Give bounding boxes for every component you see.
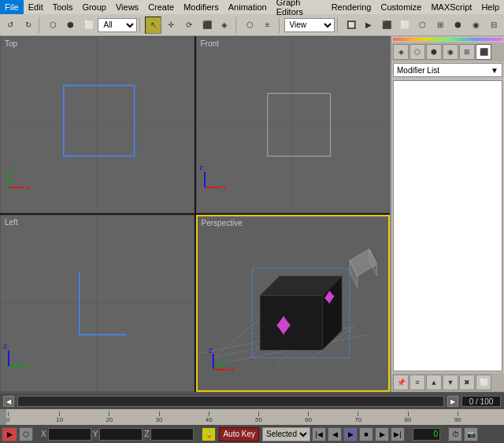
auto-key-btn[interactable]: Auto Key [219,427,259,441]
undo-button[interactable]: ↺ [2,17,19,34]
toolbar-sep-5 [337,17,340,33]
timeline-next-btn[interactable]: ▶ [447,396,458,407]
panel-icon-delete[interactable]: ✖ [459,375,475,390]
x-label: X [41,430,46,438]
select-scale[interactable]: ⬛ [198,17,216,34]
menu-modifiers[interactable]: Modifiers [179,0,224,14]
select-tool[interactable]: ↖ [145,17,162,34]
redo-button[interactable]: ↻ [20,17,37,34]
viewports: Top X Y Front [0,36,390,392]
viewport-top-label: Top [5,39,17,48]
go-end-btn[interactable]: ▶| [391,427,405,441]
select-rotate[interactable]: ⟳ [180,17,198,34]
tick-ruler[interactable]: 0102030405060708090100 [6,409,504,425]
render-setup[interactable]: 🔲 [343,17,360,34]
viewport-front-label: Front [201,39,219,48]
menu-edit[interactable]: Edit [24,0,48,14]
panel-tabs-row1: ◈ ⬡ ⬢ ◉ ⊞ ⬛ [391,42,504,61]
animate-mode-btn[interactable]: ▶ [2,427,17,441]
menu-help[interactable]: Help [476,0,504,14]
right-panel: ◈ ⬡ ⬢ ◉ ⊞ ⬛ Modifier List ▼ 📌 ≡ ▲ ▼ ✖ ⬜ [390,36,504,392]
z-input[interactable] [150,428,194,441]
viewport-perspective-label: Perspective [202,219,243,227]
panel-tab-hierarchy[interactable]: ⬢ [426,44,442,60]
timeline-prev-btn[interactable]: ◀ [3,396,14,407]
svg-text:Y: Y [225,356,230,364]
toolbar-btn-a[interactable]: ⬛ [378,17,395,34]
toolbar-sep-4 [279,17,282,33]
toolbar-btn-c[interactable]: ⬡ [413,17,431,34]
menu-maxscript[interactable]: MAXScript [426,0,476,14]
svg-text:X: X [221,184,226,191]
panel-tab-utilities[interactable]: ⬛ [476,44,491,60]
menu-animation[interactable]: Animation [224,0,272,14]
panel-tab-create[interactable]: ◈ [393,44,409,60]
toolbar-btn-b[interactable]: ⬜ [396,17,413,34]
svg-rect-2 [64,86,135,157]
viewport-top-svg: X Y [1,37,194,212]
frame-display: 0 / 100 [461,396,501,407]
current-frame-input[interactable] [413,428,440,441]
viewport-left[interactable]: Left Y Z [0,215,195,392]
toolbar-btn-f[interactable]: ◉ [468,17,485,34]
select-button[interactable]: ⬡ [44,17,61,34]
viewport-top[interactable]: Top X Y [0,36,195,213]
viewport-perspective-svg: ♦ ♦ X Z Y [198,216,389,390]
toolbar-btn-g[interactable]: ⊟ [485,17,502,34]
lock-btn[interactable]: 🔒 [202,427,216,441]
panel-icon-stack[interactable]: ⬜ [476,375,491,390]
render-button[interactable]: ▶ [360,17,377,34]
menu-group[interactable]: Group [77,0,111,14]
menu-customize[interactable]: Customize [376,0,426,14]
panel-icon-list[interactable]: ≡ [410,375,425,390]
select-move[interactable]: ✛ [162,17,180,34]
toolbar-btn-e[interactable]: ⬢ [450,17,467,34]
stop-btn[interactable]: ■ [359,427,373,441]
toolbar: ↺ ↻ ⬡ ⬢ ⬜ All ↖ ✛ ⟳ ⬛ ◈ ⬡ ≡ View 🔲 ▶ ⬛ ⬜… [0,14,504,36]
timeline-track[interactable] [17,396,444,407]
menu-views[interactable]: Views [111,0,143,14]
y-input[interactable] [99,428,143,441]
play-btn[interactable]: ▶ [343,427,358,441]
reference-coord[interactable]: ◈ [217,17,234,34]
key-mode-btn[interactable]: ⬡ [19,427,33,441]
modifier-content-area [393,80,502,371]
keyframe-bar[interactable]: 0102030405060708090100 [0,409,504,425]
render-frame-btn[interactable]: 📷 [464,427,478,441]
select-region-button[interactable]: ⬜ [80,17,98,34]
viewport-left-svg: Y Z [1,216,194,391]
toolbar-sep-1 [39,17,42,33]
go-start-btn[interactable]: |◀ [312,427,326,441]
select-name-button[interactable]: ⬢ [62,17,80,34]
panel-tab-modify[interactable]: ⬡ [410,44,425,60]
time-config-btn[interactable]: ⏱ [448,427,462,441]
panel-tab-display[interactable]: ⊞ [459,44,475,60]
align-button[interactable]: ≡ [259,17,276,34]
timeline-area: ◀ ▶ 0 / 100 0102030405060708090100 ▶ ⬡ X… [0,392,504,441]
prev-frame-btn[interactable]: ◀ [328,427,342,441]
y-label: Y [93,430,98,438]
toolbar-btn-d[interactable]: ⊞ [432,17,449,34]
modifier-list-dropdown[interactable]: Modifier List ▼ [393,63,502,77]
panel-tab-motion[interactable]: ◉ [443,44,458,60]
keyframe-bar-handle [0,410,6,424]
svg-text:Z: Z [3,343,7,350]
z-label: Z [144,430,149,438]
timeline-bar: ◀ ▶ 0 / 100 [0,393,504,409]
filter-dropdown[interactable]: All [98,18,136,32]
viewport-perspective[interactable]: Perspective ♦ [196,215,391,392]
panel-icon-pin[interactable]: 📌 [393,375,409,390]
next-frame-btn[interactable]: ▶ [375,427,389,441]
view-dropdown[interactable]: View [284,18,335,32]
x-input[interactable] [48,428,91,441]
menu-graph-editors[interactable]: Graph Editors [272,0,327,14]
menu-file[interactable]: File [0,0,24,14]
mirror-button[interactable]: ⬡ [241,17,258,34]
viewport-front[interactable]: Front X Z [196,36,391,213]
panel-icon-move-up[interactable]: ▲ [426,375,442,390]
menu-tools[interactable]: Tools [48,0,78,14]
panel-icon-move-down[interactable]: ▼ [443,375,458,390]
selected-dropdown[interactable]: Selected [262,427,310,441]
menu-create[interactable]: Create [143,0,179,14]
menu-rendering[interactable]: Rendering [327,0,376,14]
